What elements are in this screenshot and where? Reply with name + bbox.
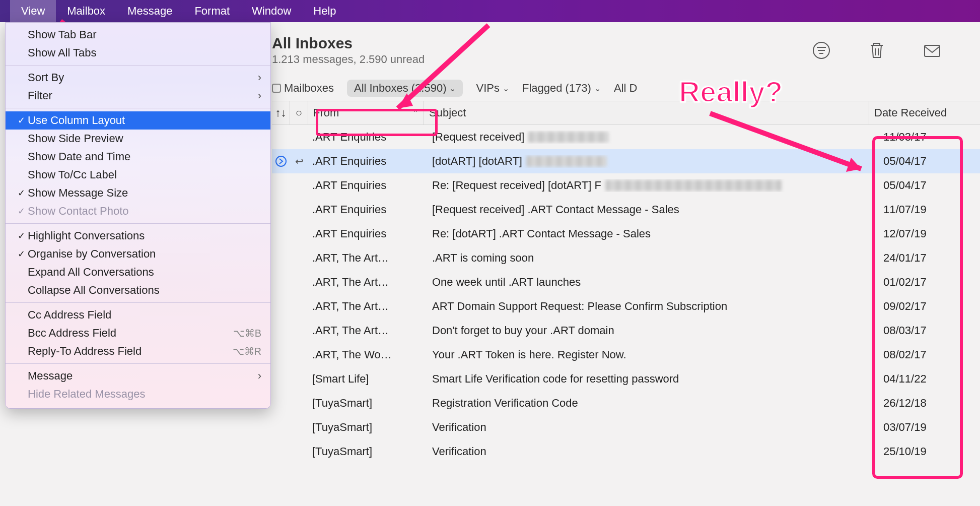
trash-icon[interactable] bbox=[859, 37, 894, 65]
table-row[interactable]: .ART, The Art…Don't forget to buy your .… bbox=[272, 319, 980, 343]
filter-vips-label: VIPs bbox=[476, 82, 499, 95]
column-header-subject[interactable]: Subject bbox=[424, 101, 869, 124]
message-date: 03/07/19 bbox=[874, 421, 975, 434]
message-from: .ART Enquiries bbox=[308, 203, 424, 216]
message-date: 04/11/22 bbox=[874, 372, 975, 386]
table-row[interactable]: [TuyaSmart]Registration Verification Cod… bbox=[272, 391, 980, 415]
message-from: .ART, The Wo… bbox=[308, 348, 424, 361]
thread-chevron-icon[interactable] bbox=[272, 156, 290, 167]
message-date: 05/04/17 bbox=[874, 155, 975, 168]
filter-vips[interactable]: VIPs ⌄ bbox=[476, 82, 509, 95]
message-subject: [dotART] [dotART] bbox=[424, 155, 874, 168]
menu-item-label: Cc Address Field bbox=[28, 308, 261, 322]
menu-item[interactable]: Show Side Preview bbox=[6, 130, 270, 148]
table-row[interactable]: [TuyaSmart]Verification25/10/19 bbox=[272, 439, 980, 464]
mailbox-title: All Inboxes bbox=[272, 35, 425, 52]
check-icon: ✓ bbox=[15, 187, 28, 199]
menubar-item-window[interactable]: Window bbox=[241, 0, 302, 22]
menu-item-label: Show Date and Time bbox=[28, 150, 261, 163]
message-from: .ART Enquiries bbox=[308, 179, 424, 192]
menu-item[interactable]: Show All Tabs bbox=[6, 44, 270, 62]
main-panel: All Inboxes 1.213 messages, 2.590 unread… bbox=[272, 25, 980, 506]
menubar-item-view[interactable]: View bbox=[10, 0, 56, 22]
table-row[interactable]: .ART EnquiriesRe: [Request received] [do… bbox=[272, 173, 980, 198]
message-from: [TuyaSmart] bbox=[308, 421, 424, 434]
filter-alld-label: All D bbox=[614, 82, 637, 95]
menu-item[interactable]: Show Date and Time bbox=[6, 148, 270, 166]
svg-point-7 bbox=[276, 156, 286, 166]
check-icon: ✓ bbox=[15, 206, 28, 217]
filter-all-drafts[interactable]: All D bbox=[614, 82, 637, 95]
table-row[interactable]: .ART EnquiriesRe: [dotART] .ART Contact … bbox=[272, 222, 980, 246]
menu-item-label: Reply-To Address Field bbox=[28, 345, 233, 358]
menu-item[interactable]: Show To/Cc Label bbox=[6, 166, 270, 184]
envelope-icon[interactable] bbox=[915, 37, 950, 65]
table-row[interactable]: ↩.ART Enquiries[dotART] [dotART]05/04/17 bbox=[272, 149, 980, 173]
menu-item[interactable]: Filter› bbox=[6, 87, 270, 105]
table-row[interactable]: .ART, The Art…ART Domain Support Request… bbox=[272, 294, 980, 319]
menu-item[interactable]: ✓Use Column Layout bbox=[6, 111, 270, 130]
table-row[interactable]: .ART Enquiries[Request received]11/03/17 bbox=[272, 125, 980, 149]
menubar-item-mailbox[interactable]: Mailbox bbox=[56, 0, 116, 22]
column-header-date[interactable]: Date Received bbox=[869, 101, 980, 124]
menubar-item-help[interactable]: Help bbox=[302, 0, 347, 22]
menu-item[interactable]: Expand All Conversations bbox=[6, 263, 270, 281]
menu-item[interactable]: Show Tab Bar bbox=[6, 26, 270, 44]
message-subject: Smart Life Verification code for resetti… bbox=[424, 372, 874, 386]
menu-item[interactable]: ✓Highlight Conversations bbox=[6, 227, 270, 245]
table-row[interactable]: .ART Enquiries[Request received] .ART Co… bbox=[272, 198, 980, 222]
menubar-item-format[interactable]: Format bbox=[183, 0, 241, 22]
redacted-text bbox=[605, 180, 782, 191]
menu-item-label: Collapse All Conversations bbox=[28, 284, 261, 297]
filter-flagged[interactable]: Flagged (173) ⌄ bbox=[522, 82, 601, 95]
table-row[interactable]: [TuyaSmart]Verification03/07/19 bbox=[272, 415, 980, 439]
message-from: .ART Enquiries bbox=[308, 131, 424, 144]
chevron-right-icon: › bbox=[246, 71, 261, 84]
checkbox-icon[interactable] bbox=[272, 84, 281, 93]
message-from: .ART Enquiries bbox=[308, 227, 424, 240]
column-header-subject-label: Subject bbox=[429, 106, 466, 119]
message-subject: ART Domain Support Request: Please Confi… bbox=[424, 300, 874, 313]
table-row[interactable]: .ART, The Art…One week until .ART launch… bbox=[272, 270, 980, 294]
table-row[interactable]: .ART, The Art….ART is coming soon24/01/1… bbox=[272, 246, 980, 270]
menu-item-label: Bcc Address Field bbox=[28, 327, 233, 340]
menu-item[interactable]: Reply-To Address Field⌥⌘R bbox=[6, 342, 270, 360]
menu-item[interactable]: Bcc Address Field⌥⌘B bbox=[6, 324, 270, 342]
table-row[interactable]: .ART, The Wo…Your .ART Token is here. Re… bbox=[272, 343, 980, 367]
redacted-text bbox=[528, 132, 609, 143]
menu-item[interactable]: Message› bbox=[6, 367, 270, 385]
table-row[interactable]: [Smart Life]Smart Life Verification code… bbox=[272, 367, 980, 391]
message-subject: Verification bbox=[424, 421, 874, 434]
menu-item-label: Show Tab Bar bbox=[28, 28, 261, 41]
column-header-from[interactable]: From ⌃ bbox=[308, 101, 424, 124]
sort-column-icon[interactable]: ↑↓ bbox=[272, 101, 290, 124]
menu-item[interactable]: Collapse All Conversations bbox=[6, 281, 270, 299]
menu-item-label: Show All Tabs bbox=[28, 46, 261, 59]
message-date: 11/03/17 bbox=[874, 131, 975, 144]
mailbox-subtitle: 1.213 messages, 2.590 unread bbox=[272, 53, 425, 66]
menubar-item-message[interactable]: Message bbox=[116, 0, 183, 22]
message-from: [Smart Life] bbox=[308, 372, 424, 386]
message-date: 08/03/17 bbox=[874, 324, 975, 337]
menubar: View Mailbox Message Format Window Help bbox=[0, 0, 980, 22]
chevron-down-icon: ⌄ bbox=[449, 84, 456, 93]
filter-mailboxes[interactable]: Mailboxes bbox=[272, 82, 334, 95]
message-date: 09/02/17 bbox=[874, 300, 975, 313]
check-icon: ✓ bbox=[15, 248, 28, 260]
filter-lines-icon[interactable] bbox=[804, 37, 839, 65]
menu-item[interactable]: Cc Address Field bbox=[6, 306, 270, 324]
menu-item-label: Hide Related Messages bbox=[28, 388, 261, 401]
message-subject: [Request received] bbox=[424, 131, 874, 144]
menu-item[interactable]: ✓Show Message Size bbox=[6, 184, 270, 202]
message-date: 26/12/18 bbox=[874, 397, 975, 410]
menu-item-label: Expand All Conversations bbox=[28, 266, 261, 279]
filter-all-inboxes[interactable]: All Inboxes (2.590) ⌄ bbox=[347, 80, 463, 97]
message-from: .ART Enquiries bbox=[308, 155, 424, 168]
filter-row: Mailboxes All Inboxes (2.590) ⌄ VIPs ⌄ F… bbox=[272, 76, 980, 101]
menu-item[interactable]: ✓Organise by Conversation bbox=[6, 245, 270, 263]
message-subject: Re: [Request received] [dotART] F bbox=[424, 179, 874, 192]
message-subject: Don't forget to buy your .ART domain bbox=[424, 324, 874, 337]
thread-column-icon[interactable]: ○ bbox=[290, 101, 308, 124]
menu-item-label: Highlight Conversations bbox=[28, 229, 261, 242]
menu-item[interactable]: Sort By› bbox=[6, 69, 270, 87]
